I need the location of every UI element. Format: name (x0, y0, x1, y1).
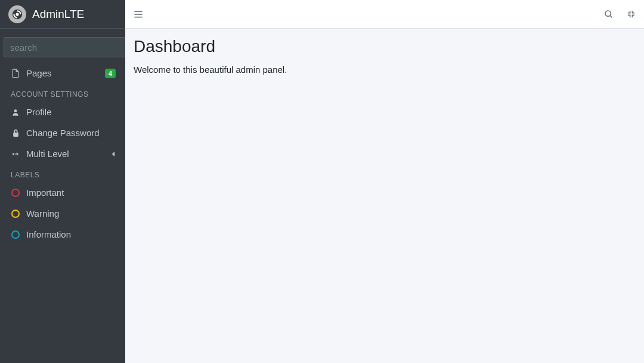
svg-point-4 (14, 109, 17, 112)
sidebar-item-label: Warning (26, 208, 116, 219)
circle-icon (10, 230, 21, 239)
badge-pages-count: 4 (105, 69, 116, 78)
circle-icon (10, 189, 21, 197)
svg-rect-5 (13, 132, 18, 136)
sidebar-item-label: Multi Level (26, 149, 111, 159)
sidebar-item-label: Information (26, 229, 116, 239)
share-icon (10, 150, 21, 158)
sidebar-item-pages[interactable]: Pages 4 (4, 63, 122, 83)
bars-icon (134, 10, 143, 19)
svg-point-1 (16, 13, 18, 16)
sidebar-item-label: Pages (26, 68, 105, 78)
compress-icon (627, 10, 636, 19)
nav-header-labels: LABELS (4, 164, 122, 182)
sidebar-item-multi-level[interactable]: Multi Level (4, 144, 122, 164)
fullscreen-toggle-button[interactable] (627, 10, 636, 19)
user-icon (10, 108, 21, 116)
brand-logo-icon (8, 5, 26, 23)
main: Dashboard Welcome to this beautiful admi… (125, 0, 644, 363)
content: Dashboard Welcome to this beautiful admi… (125, 29, 644, 83)
search-icon (604, 10, 614, 19)
svg-point-9 (605, 11, 611, 16)
search-input[interactable] (4, 37, 129, 57)
page-title: Dashboard (134, 37, 636, 56)
circle-icon (10, 210, 21, 218)
sidebar-item-warning[interactable]: Warning (4, 204, 122, 223)
brand[interactable]: AdminLTE (0, 0, 125, 29)
brand-text: AdminLTE (32, 8, 84, 21)
sidebar-item-information[interactable]: Information (4, 224, 122, 244)
welcome-text: Welcome to this beautiful admin panel. (134, 64, 636, 75)
chevron-left-icon (111, 151, 116, 157)
lock-icon (10, 129, 21, 137)
sidebar: AdminLTE Pages 4 ACCOUNT SETTINGS (0, 0, 125, 363)
sidebar-search (0, 32, 125, 62)
sidebar-nav: Pages 4 ACCOUNT SETTINGS Profile Change … (0, 62, 125, 244)
sidebar-item-important[interactable]: Important (4, 183, 122, 202)
sidebar-item-label: Change Password (26, 128, 116, 138)
nav-header-account: ACCOUNT SETTINGS (4, 83, 122, 101)
sidebar-item-change-password[interactable]: Change Password (4, 123, 122, 143)
sidebar-item-profile[interactable]: Profile (4, 102, 122, 122)
svg-line-10 (610, 16, 612, 17)
sidebar-item-label: Profile (26, 107, 116, 117)
sidebar-item-label: Important (26, 187, 116, 198)
menu-toggle-button[interactable] (134, 10, 143, 19)
topbar (125, 0, 644, 29)
topbar-search-button[interactable] (604, 10, 614, 19)
file-icon (10, 69, 21, 78)
